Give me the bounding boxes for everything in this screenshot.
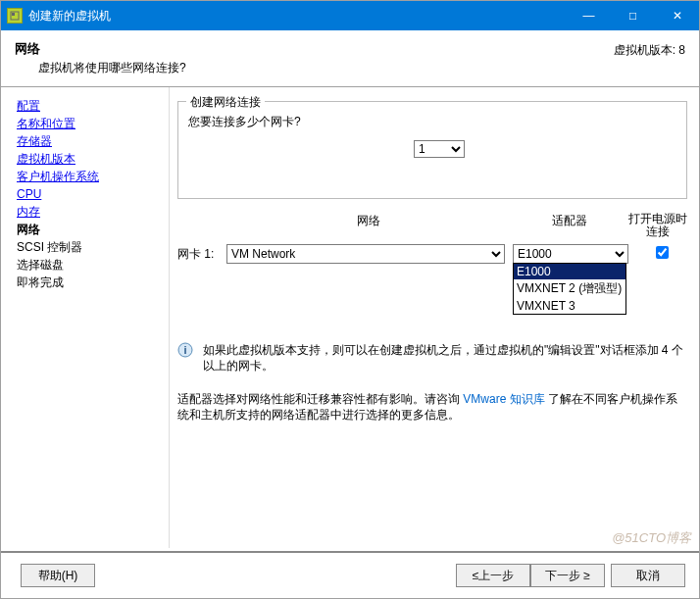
sidebar-item-network[interactable]: 网络 — [17, 221, 161, 238]
window-titlebar: 创建新的虚拟机 — □ ✕ — [1, 1, 699, 30]
nic-label: 网卡 1: — [177, 246, 226, 263]
main-panel: 创建网络连接 您要连接多少个网卡? 1 网络 适配器 打开电源时连接 网卡 1:… — [170, 87, 699, 548]
nic-row-1: 网卡 1: VM Network E1000 E1000 VMXNET 2 (增… — [177, 244, 687, 264]
network-groupbox: 创建网络连接 您要连接多少个网卡? 1 — [177, 101, 687, 199]
sidebar-item-disk: 选择磁盘 — [17, 256, 161, 274]
column-headers: 网络 适配器 打开电源时连接 — [177, 213, 687, 238]
sidebar-item-finish: 即将完成 — [17, 274, 161, 291]
sidebar-item-config[interactable]: 配置 — [17, 97, 161, 115]
col-network: 网络 — [226, 213, 511, 238]
kb-link[interactable]: VMware 知识库 — [463, 392, 544, 406]
app-icon — [7, 8, 23, 24]
adapter-select[interactable]: E1000 — [513, 244, 628, 264]
close-button[interactable]: ✕ — [655, 1, 699, 30]
window-title: 创建新的虚拟机 — [28, 8, 567, 25]
prev-button[interactable]: ≤上一步 — [456, 564, 530, 587]
adapter-option-vmxnet2[interactable]: VMXNET 2 (增强型) — [514, 279, 625, 298]
sidebar-item-memory[interactable]: 内存 — [17, 203, 161, 221]
adapter-option-vmxnet3[interactable]: VMXNET 3 — [514, 298, 625, 314]
help-button[interactable]: 帮助(H) — [21, 564, 95, 587]
watermark: @51CTO博客 — [612, 529, 691, 547]
col-connect: 打开电源时连接 — [628, 213, 687, 238]
groupbox-legend: 创建网络连接 — [186, 94, 265, 111]
adapter-option-e1000[interactable]: E1000 — [514, 264, 625, 279]
network-select[interactable]: VM Network — [226, 244, 505, 264]
nic-count-question: 您要连接多少个网卡? — [188, 114, 676, 130]
cancel-button[interactable]: 取消 — [611, 564, 685, 587]
sidebar-item-name[interactable]: 名称和位置 — [17, 115, 161, 132]
wizard-header: 网络 虚拟机将使用哪些网络连接? 虚拟机版本: 8 — [1, 30, 699, 82]
minimize-button[interactable]: — — [567, 1, 611, 30]
info-note-1: i 如果此虚拟机版本支持，则可以在创建虚拟机之后，通过虚拟机的"编辑设置"对话框… — [177, 342, 687, 374]
sidebar-item-storage[interactable]: 存储器 — [17, 132, 161, 150]
maximize-button[interactable]: □ — [611, 1, 655, 30]
col-adapter: 适配器 — [511, 213, 628, 238]
wizard-footer: 帮助(H) ≤上一步 下一步 ≥ 取消 — [1, 551, 699, 598]
sidebar-item-scsi: SCSI 控制器 — [17, 238, 161, 256]
connect-on-poweron-checkbox[interactable] — [656, 246, 669, 259]
info-icon: i — [177, 342, 197, 374]
info-note-2: 适配器选择对网络性能和迁移兼容性都有影响。请咨询 VMware 知识库 了解在不… — [177, 391, 687, 423]
sidebar-item-guestos[interactable]: 客户机操作系统 — [17, 168, 161, 185]
next-button[interactable]: 下一步 ≥ — [530, 564, 605, 587]
sidebar-item-cpu[interactable]: CPU — [17, 185, 161, 203]
page-title: 网络 — [15, 40, 614, 58]
svg-text:i: i — [183, 344, 186, 356]
vm-version-label: 虚拟机版本: 8 — [614, 40, 685, 59]
svg-rect-1 — [12, 13, 15, 16]
nic-count-select[interactable]: 1 — [414, 140, 465, 158]
wizard-steps-sidebar: 配置 名称和位置 存储器 虚拟机版本 客户机操作系统 CPU 内存 网络 SCS… — [1, 87, 170, 548]
adapter-dropdown-list: E1000 VMXNET 2 (增强型) VMXNET 3 — [513, 263, 626, 315]
page-subtitle: 虚拟机将使用哪些网络连接? — [38, 60, 614, 76]
sidebar-item-version[interactable]: 虚拟机版本 — [17, 150, 161, 168]
